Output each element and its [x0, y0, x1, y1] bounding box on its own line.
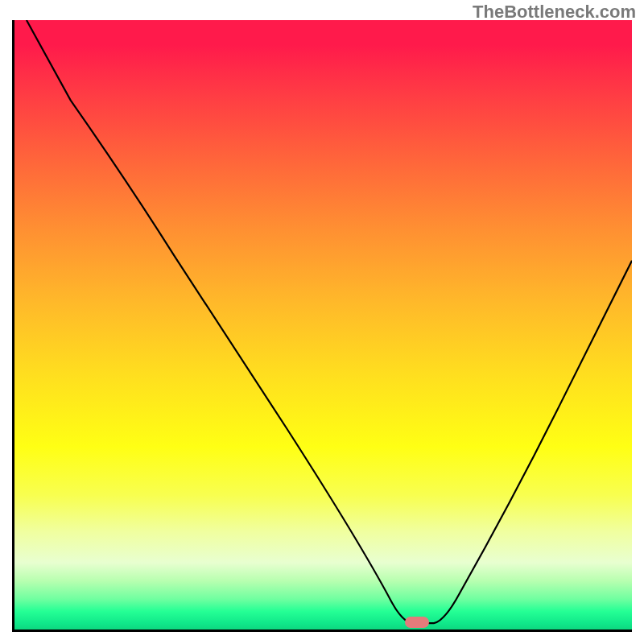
curve-path: [27, 20, 632, 623]
plot-area: [12, 20, 632, 632]
bottleneck-curve-line: [14, 20, 632, 630]
optimal-point-marker: [405, 617, 429, 628]
watermark-text: TheBottleneck.com: [473, 2, 636, 23]
